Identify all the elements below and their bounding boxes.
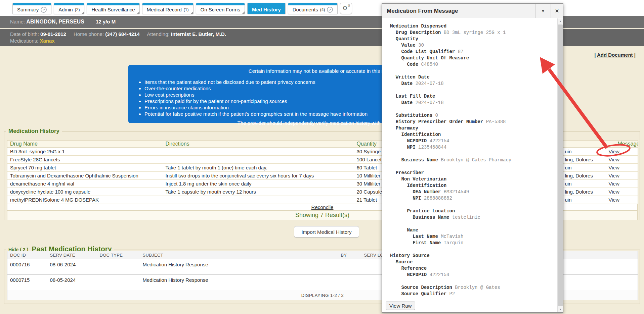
tab-label: Summary [17,7,39,12]
scroll-up-icon[interactable]: ▲ [558,18,563,24]
dialog-close-button[interactable]: ✕ [551,4,563,18]
past-cell-4 [338,275,361,290]
view-message-link[interactable]: View [609,149,619,154]
scroll-down-icon[interactable]: ▼ [558,307,563,312]
past-column-header: DOC TYPE [97,251,140,259]
tab-fold-icon [191,11,193,14]
import-medical-history-button[interactable]: Import Medical History [294,226,359,238]
chevron-down-icon: ▼ [541,8,545,13]
message-detail-text: Medication Dispensed Drug Description BD… [382,18,557,312]
directions-cell: Instill two drops into the conjunctival … [163,172,354,180]
view-message-link[interactable]: View [609,181,619,187]
message-cell: View [605,172,638,180]
tab-label: Documents [293,7,318,12]
past-column-link[interactable]: DOC TYPE [100,253,123,258]
settings-button[interactable]: ⚙⚙ [340,3,352,14]
dialog-scrollbar[interactable]: ▲ ▼ [557,18,563,312]
column-header-Directions: Directions [163,141,354,148]
past-cell-2 [97,275,140,290]
add-document: | Add Document | [594,52,636,58]
tab-label: On Screen Forms [201,7,240,12]
directions-cell [163,196,354,204]
view-message-link[interactable]: View [609,165,619,170]
tab-label: Admin [58,7,73,12]
tab-label: Med History [252,7,281,12]
message-cell: View [605,180,638,188]
tab-admin[interactable]: Admin(2) [54,3,84,14]
drug-name-cell: methylPREDNISolone 4 MG DOSEPAK [7,196,163,204]
dialog-title: Medication From Message [387,4,458,18]
drug-name-cell: doxycycline hyclate 100 mg capsule [7,188,163,196]
tab-fold-icon [242,11,245,14]
dialog-collapse-button[interactable]: ▼ [535,4,551,18]
past-column-header: SERV DATE [47,251,97,259]
tab-count: (1) [184,7,189,12]
medications-label: Medications: [10,38,38,44]
medications-value[interactable]: Xanax [40,38,54,44]
tab-health-surveillance[interactable]: Health Surveillance [87,3,139,14]
directions-cell: Take 1 capsule by mouth every 12 hours [163,188,354,196]
drug-name-cell: dexamethasone 4 mg/ml vial [7,180,163,188]
medication-history-title: Medication History [6,128,62,135]
close-icon: ✕ [555,8,559,14]
past-cell-3: Medication History Response [140,259,338,275]
past-column-link[interactable]: DOC ID [10,253,26,258]
attending-label: Attending: [147,31,170,37]
directions-cell: Take 1 tablet by mouth 1 (one) time each… [163,164,354,172]
gear-small-icon: ⚙ [347,4,350,7]
past-cell-1: 08-05-2024 [47,275,97,290]
phone-value: (347) 684-4214 [105,31,140,37]
past-cell-0: 0000716 [7,259,47,275]
patient-age-sex: 12 y/o M [96,19,116,24]
patient-name: ABINGDON, PERSEUS [26,19,84,24]
past-cell-2 [97,259,140,275]
view-message-link[interactable]: View [609,197,619,203]
past-cell-4 [338,259,361,275]
external-link-icon: ↗ [327,7,333,13]
drug-name-cell: Tobramycin and Dexamethasone Ophthalmic … [7,172,163,180]
past-cell-1: 08-06-2024 [47,259,97,275]
message-cell: View [605,196,638,204]
message-cell: View [605,164,638,172]
tab-documents[interactable]: Documents(4)↗ [288,3,338,14]
drug-name-cell: Sprycel 70 mg tablet [7,164,163,172]
past-column-link[interactable]: BY [341,253,347,258]
tab-medical-record[interactable]: Medical Record(1) [142,3,194,14]
past-cell-0: 0000715 [7,275,47,290]
past-column-header: BY [338,251,361,259]
attending-value: Internist E. Butler, M.D. [171,31,226,37]
tab-count: (4) [320,7,325,12]
tab-summary[interactable]: Summary↗ [12,3,51,14]
view-message-link[interactable]: View [609,157,619,162]
column-header-Message: Message [605,141,638,148]
gear-icon: ⚙ [342,5,347,12]
drug-name-cell: FreeStyle 28G lancets [7,156,163,164]
name-label: Name: [10,19,25,24]
column-header-Drug Name: Drug Name [7,141,163,148]
directions-cell [163,156,354,164]
tab-on-screen-forms[interactable]: On Screen Forms [196,3,245,14]
message-cell: View [605,188,638,196]
message-cell: View [605,148,638,156]
add-document-link[interactable]: Add Document [597,52,633,58]
reconcile-link[interactable]: Reconcile [311,204,334,210]
tab-count: (2) [75,7,80,12]
tab-fold-icon [137,11,139,14]
dob-value: 09-01-2012 [40,31,66,37]
phone-label: Home phone: [74,31,104,37]
dialog-body: Medication Dispensed Drug Description BD… [382,18,563,312]
past-column-link[interactable]: SERV DATE [50,253,75,258]
view-message-link[interactable]: View [609,189,619,195]
past-cell-3: Medication History Response [140,275,338,290]
directions-cell: Inject 1.8 mg under the skin once daily [163,180,354,188]
dob-label: Date of birth: [10,31,39,37]
tab-med-history[interactable]: Med History [247,3,286,14]
past-column-link[interactable]: SUBJECT [143,253,163,258]
tab-label: Health Surveillance [91,7,135,12]
tab-label: Medical Record [147,7,182,12]
view-raw-button[interactable]: View Raw [386,302,415,310]
view-message-link[interactable]: View [609,173,619,178]
message-cell: View [605,156,638,164]
dialog-header: Medication From Message ▼ ✕ [382,4,563,18]
scrollbar-thumb[interactable] [558,24,563,306]
